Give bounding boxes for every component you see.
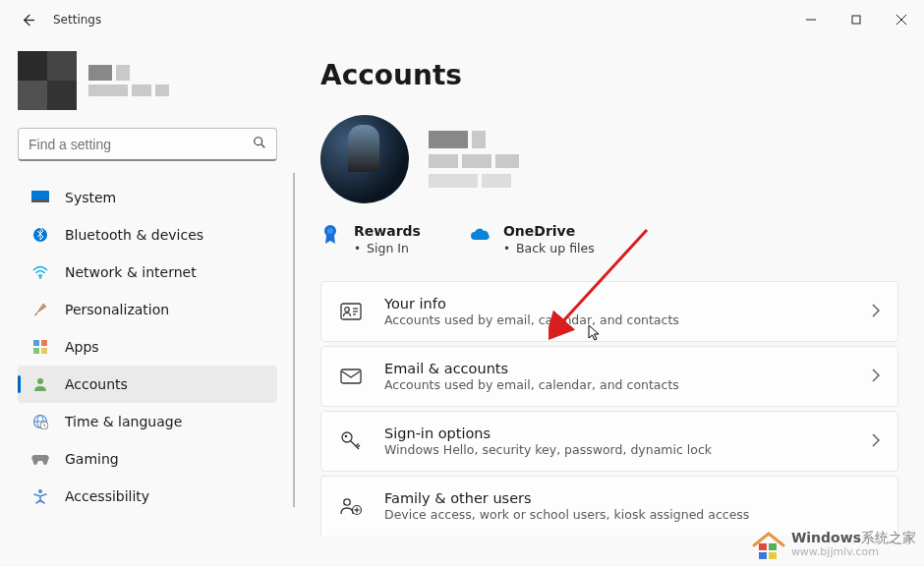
svg-point-21 [327, 228, 333, 234]
sidebar: System Bluetooth & devices Network & int… [0, 39, 295, 567]
chevron-right-icon [872, 432, 880, 451]
tile-onedrive[interactable]: OneDrive Back up files [470, 223, 595, 255]
svg-rect-38 [769, 552, 777, 559]
card-email-accounts[interactable]: Email & accounts Accounts used by email,… [320, 346, 898, 407]
tile-title: Rewards [354, 223, 421, 239]
svg-rect-1 [852, 16, 860, 24]
nav-item-time-language[interactable]: Time & language [18, 403, 277, 440]
svg-line-5 [261, 144, 265, 148]
svg-point-4 [255, 138, 262, 145]
card-title: Email & accounts [384, 361, 850, 376]
nav-label: Gaming [65, 451, 119, 467]
paintbrush-icon [31, 301, 49, 318]
nav-label: Network & internet [65, 264, 197, 280]
svg-rect-36 [769, 543, 777, 550]
search-icon [253, 136, 266, 152]
nav-item-bluetooth[interactable]: Bluetooth & devices [18, 216, 277, 254]
account-avatar[interactable] [320, 115, 409, 203]
globe-clock-icon [31, 413, 49, 430]
svg-point-23 [345, 308, 350, 312]
chevron-right-icon [872, 368, 880, 386]
person-icon [31, 375, 49, 393]
nav-label: Time & language [65, 414, 182, 429]
chevron-right-icon [872, 303, 880, 321]
nav-item-apps[interactable]: Apps [18, 328, 277, 366]
watermark-logo-icon [750, 528, 783, 561]
settings-cards: Your info Accounts used by email, calend… [320, 281, 898, 536]
system-icon [31, 189, 49, 206]
accessibility-icon [31, 487, 49, 505]
app-title: Settings [53, 13, 101, 27]
user-avatar-pixelated [18, 51, 77, 110]
gamepad-icon [31, 450, 49, 468]
search-input[interactable] [29, 137, 253, 152]
apps-icon [31, 338, 49, 356]
card-your-info[interactable]: Your info Accounts used by email, calend… [320, 281, 898, 342]
svg-rect-12 [33, 348, 39, 354]
content-pane: Accounts Rewards Sign In OneDrive [295, 39, 924, 567]
svg-rect-10 [33, 340, 39, 346]
nav-list: System Bluetooth & devices Network & int… [0, 173, 295, 515]
svg-rect-13 [41, 348, 47, 354]
tile-title: OneDrive [503, 223, 595, 239]
svg-rect-27 [341, 369, 361, 383]
nav-item-gaming[interactable]: Gaming [18, 440, 277, 478]
minimize-button[interactable] [788, 4, 834, 35]
card-sub: Device access, work or school users, kio… [384, 507, 880, 522]
nav-label: Accessibility [65, 488, 149, 504]
page-title: Accounts [320, 59, 898, 91]
svg-point-29 [345, 435, 348, 438]
svg-rect-7 [31, 199, 49, 202]
card-title: Sign-in options [384, 425, 850, 441]
account-header [320, 115, 898, 203]
close-button[interactable] [879, 4, 924, 35]
nav-item-personalization[interactable]: Personalization [18, 291, 277, 328]
nav-label: System [65, 190, 116, 205]
card-title: Your info [384, 296, 850, 312]
tile-sub: Back up files [503, 241, 595, 255]
onedrive-icon [470, 225, 490, 245]
window-controls [788, 4, 924, 35]
key-icon [339, 429, 363, 453]
bluetooth-icon [31, 226, 49, 244]
nav-item-accessibility[interactable]: Accessibility [18, 478, 277, 515]
watermark: Windows系统之家 www.bjjmlv.com [750, 528, 916, 561]
svg-rect-37 [759, 552, 767, 559]
nav-label: Apps [65, 339, 99, 355]
svg-rect-11 [41, 340, 47, 346]
nav-item-system[interactable]: System [18, 179, 277, 216]
watermark-url: www.bjjmlv.com [791, 546, 916, 558]
card-sub: Windows Hello, security key, password, d… [384, 442, 850, 457]
mail-icon [339, 365, 363, 388]
svg-point-19 [38, 489, 42, 493]
svg-point-30 [344, 499, 350, 505]
person-card-icon [339, 300, 363, 323]
wifi-icon [31, 263, 49, 281]
nav-label: Personalization [65, 302, 169, 317]
user-name-pixelated [88, 65, 169, 96]
tile-rewards[interactable]: Rewards Sign In [320, 223, 421, 255]
settings-search[interactable] [18, 128, 277, 161]
card-family-other-users[interactable]: Family & other users Device access, work… [320, 476, 898, 536]
card-title: Family & other users [384, 490, 880, 506]
maximize-button[interactable] [834, 4, 879, 35]
rewards-icon [320, 225, 340, 245]
user-profile-block[interactable] [0, 51, 295, 120]
tile-sub: Sign In [354, 241, 421, 255]
people-add-icon [339, 494, 363, 518]
nav-label: Bluetooth & devices [65, 227, 203, 243]
card-sub: Accounts used by email, calendar, and co… [384, 377, 850, 392]
watermark-text: 系统之家 [861, 530, 916, 545]
svg-point-9 [39, 276, 41, 278]
svg-rect-35 [759, 543, 767, 550]
account-name-pixelated [429, 131, 519, 188]
nav-item-accounts[interactable]: Accounts [18, 366, 277, 403]
card-signin-options[interactable]: Sign-in options Windows Hello, security … [320, 411, 898, 472]
nav-label: Accounts [65, 376, 128, 392]
card-sub: Accounts used by email, calendar, and co… [384, 312, 850, 327]
svg-point-14 [37, 378, 43, 384]
watermark-brand: Windows [791, 530, 861, 545]
titlebar: Settings [0, 0, 924, 39]
nav-item-network[interactable]: Network & internet [18, 254, 277, 291]
back-button[interactable] [20, 12, 35, 28]
